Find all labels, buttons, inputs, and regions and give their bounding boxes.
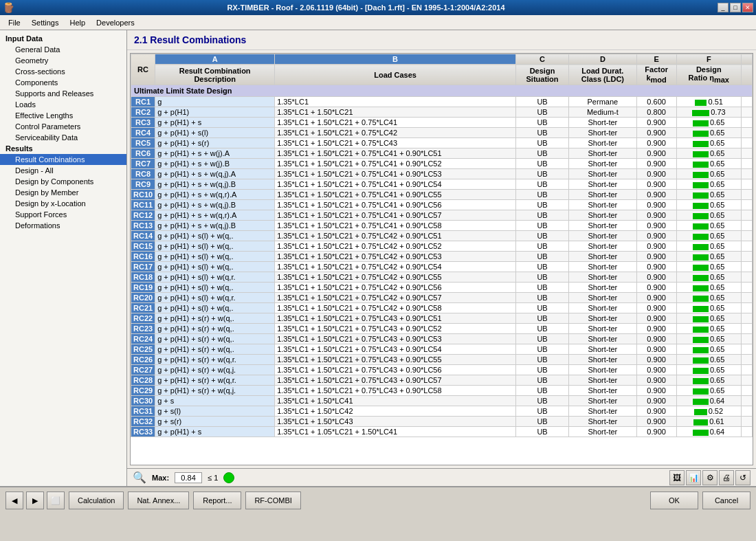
rc-id[interactable]: RC30 bbox=[131, 396, 155, 406]
table-row: RC22 g + p(H1) + s(r) + w(q,. 1.35*LC1 +… bbox=[131, 313, 753, 324]
rc-id[interactable]: RC20 bbox=[131, 293, 155, 303]
sidebar-item-design-all[interactable]: Design - All bbox=[0, 165, 126, 176]
rc-id[interactable]: RC8 bbox=[131, 169, 155, 179]
preview-icon[interactable]: 🔍 bbox=[133, 471, 146, 484]
rc-id[interactable]: RC17 bbox=[131, 262, 155, 272]
rc-id[interactable]: RC16 bbox=[131, 252, 155, 262]
row-spacer bbox=[742, 396, 753, 406]
close-button[interactable]: ✕ bbox=[742, 3, 753, 12]
status-indicator bbox=[223, 472, 234, 483]
rc-id[interactable]: RC27 bbox=[131, 365, 155, 375]
sidebar-item-components[interactable]: Components bbox=[0, 77, 126, 88]
cancel-button[interactable]: Cancel bbox=[702, 492, 751, 509]
refresh-icon-btn[interactable]: ↺ bbox=[735, 470, 751, 485]
rc-id[interactable]: RC3 bbox=[131, 118, 155, 128]
rc-id[interactable]: RC21 bbox=[131, 303, 155, 313]
calculation-button[interactable]: Calculation bbox=[69, 492, 124, 509]
rc-id[interactable]: RC5 bbox=[131, 138, 155, 148]
rc-id[interactable]: RC23 bbox=[131, 324, 155, 334]
footer-icon-3[interactable]: ⬜ bbox=[47, 492, 65, 509]
rc-sit: UB bbox=[516, 200, 569, 210]
ok-button[interactable]: OK bbox=[650, 492, 698, 509]
rc-sit: UB bbox=[516, 118, 569, 128]
footer-icon-2[interactable]: ▶ bbox=[26, 492, 44, 509]
rc-desc: g + p(H1) + s(l) + w(q,. bbox=[155, 252, 275, 262]
sidebar-item-geometry[interactable]: Geometry bbox=[0, 55, 126, 66]
sidebar-item-general-data[interactable]: General Data bbox=[0, 44, 126, 55]
rc-desc: g + p(H1) bbox=[155, 107, 275, 118]
rc-desc: g + p(H1) + s + w(q,j).A bbox=[155, 169, 275, 179]
col-subheader-b: Load Cases bbox=[275, 65, 516, 85]
row-spacer bbox=[742, 313, 753, 324]
rc-ldc: Short-ter bbox=[569, 283, 637, 293]
sidebar-item-loads[interactable]: Loads bbox=[0, 99, 126, 110]
rc-id[interactable]: RC13 bbox=[131, 221, 155, 231]
rc-ldc: Short-ter bbox=[569, 324, 637, 334]
rc-id[interactable]: RC29 bbox=[131, 386, 155, 396]
rc-kmod: 0.900 bbox=[636, 303, 676, 313]
rf-combi-button[interactable]: RF-COMBI bbox=[245, 492, 300, 509]
rc-id[interactable]: RC32 bbox=[131, 417, 155, 427]
menu-settings[interactable]: Settings bbox=[26, 16, 65, 30]
col-subheader-e: Factor kmod bbox=[636, 65, 676, 85]
sidebar-item-cross-sections[interactable]: Cross-sections bbox=[0, 66, 126, 77]
sidebar-item-design-member[interactable]: Design by Member bbox=[0, 187, 126, 198]
col-header-a: A bbox=[155, 54, 275, 65]
rc-id[interactable]: RC19 bbox=[131, 283, 155, 293]
rc-kmod: 0.900 bbox=[636, 313, 676, 324]
rc-id[interactable]: RC2 bbox=[131, 107, 155, 118]
rc-id[interactable]: RC22 bbox=[131, 313, 155, 324]
rc-kmod: 0.900 bbox=[636, 283, 676, 293]
rc-id[interactable]: RC6 bbox=[131, 148, 155, 159]
sidebar-item-design-xlocation[interactable]: Design by x-Location bbox=[0, 198, 126, 209]
sidebar-item-result-combinations[interactable]: Result Combinations bbox=[0, 154, 126, 165]
sidebar-section-results[interactable]: Results bbox=[0, 143, 126, 154]
nat-annex-button[interactable]: Nat. Annex... bbox=[128, 492, 189, 509]
menu-file[interactable]: File bbox=[3, 16, 26, 30]
rc-id[interactable]: RC10 bbox=[131, 190, 155, 200]
maximize-button[interactable]: □ bbox=[730, 3, 741, 12]
report-button[interactable]: Report... bbox=[193, 492, 241, 509]
rc-id[interactable]: RC4 bbox=[131, 128, 155, 138]
sidebar-item-serviceability[interactable]: Serviceability Data bbox=[0, 132, 126, 143]
rc-ratio: 0.52 bbox=[676, 406, 741, 417]
rc-id[interactable]: RC7 bbox=[131, 159, 155, 169]
rc-id[interactable]: RC28 bbox=[131, 375, 155, 386]
menu-developers[interactable]: Developers bbox=[91, 16, 140, 30]
print-icon-btn[interactable]: 🖨 bbox=[719, 470, 734, 485]
rc-ldc: Short-ter bbox=[569, 417, 637, 427]
rc-id[interactable]: RC1 bbox=[131, 97, 155, 107]
rc-desc: g + p(H1) + s bbox=[155, 118, 275, 128]
rc-id[interactable]: RC15 bbox=[131, 241, 155, 252]
rc-id[interactable]: RC18 bbox=[131, 272, 155, 283]
sidebar-item-effective-lengths[interactable]: Effective Lengths bbox=[0, 110, 126, 121]
rc-sit: UB bbox=[516, 241, 569, 252]
sidebar-section-input[interactable]: Input Data bbox=[0, 33, 126, 44]
rc-id[interactable]: RC31 bbox=[131, 406, 155, 417]
sidebar-item-control-params[interactable]: Control Parameters bbox=[0, 121, 126, 132]
rc-ratio: 0.65 bbox=[676, 148, 741, 159]
rc-kmod: 0.900 bbox=[636, 324, 676, 334]
settings-icon-btn[interactable]: ⚙ bbox=[702, 470, 718, 485]
footer-icon-1[interactable]: ◀ bbox=[5, 492, 23, 509]
bottom-toolbar: 🔍 Max: 0.84 ≤ 1 🖼 📊 ⚙ 🖨 ↺ bbox=[127, 468, 756, 486]
sidebar-item-deformations[interactable]: Deformations bbox=[0, 220, 126, 231]
rc-id[interactable]: RC33 bbox=[131, 427, 155, 437]
result-table-container[interactable]: RC A B C D E F Result Combination Descri… bbox=[130, 53, 753, 465]
sidebar-item-supports[interactable]: Supports and Releases bbox=[0, 88, 126, 99]
rc-id[interactable]: RC25 bbox=[131, 344, 155, 355]
chart-icon-btn[interactable]: 📊 bbox=[686, 470, 701, 485]
rc-ldc: Short-ter bbox=[569, 334, 637, 344]
rc-id[interactable]: RC11 bbox=[131, 200, 155, 210]
minimize-button[interactable]: _ bbox=[718, 3, 729, 12]
rc-id[interactable]: RC14 bbox=[131, 231, 155, 241]
rc-id[interactable]: RC26 bbox=[131, 355, 155, 365]
rc-id[interactable]: RC24 bbox=[131, 334, 155, 344]
sidebar-item-design-components[interactable]: Design by Components bbox=[0, 176, 126, 187]
view-icon-btn[interactable]: 🖼 bbox=[669, 470, 685, 485]
rc-id[interactable]: RC12 bbox=[131, 210, 155, 221]
menu-help[interactable]: Help bbox=[64, 16, 91, 30]
sidebar-item-support-forces[interactable]: Support Forces bbox=[0, 209, 126, 220]
rc-desc: g + p(H1) + s(l) + w(q,. bbox=[155, 262, 275, 272]
rc-id[interactable]: RC9 bbox=[131, 179, 155, 190]
